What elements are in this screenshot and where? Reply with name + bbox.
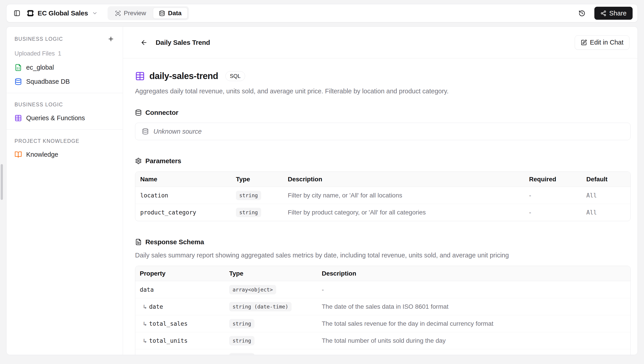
content-card: BUSINESS LOGIC Uploaded Files 1 ec_globa… bbox=[6, 27, 638, 355]
column-header: Required bbox=[529, 176, 586, 183]
edit-in-chat-button[interactable]: Edit in Chat bbox=[575, 35, 630, 50]
sidebar-section-business-logic: BUSINESS LOGIC Queries & Functions bbox=[6, 93, 123, 129]
response-schema-description: Daily sales summary report showing aggre… bbox=[135, 252, 630, 259]
edit-in-chat-label: Edit in Chat bbox=[590, 39, 624, 46]
table-icon bbox=[14, 114, 22, 122]
sidebar-item-squadbase-db[interactable]: Squadbase DB bbox=[14, 78, 115, 85]
schema-description: The average price per unit sold on the d… bbox=[322, 354, 630, 355]
schema-type-cell: string (date-time) bbox=[229, 302, 322, 311]
share-button[interactable]: Share bbox=[594, 7, 632, 20]
sidebar-item-label: Knowledge bbox=[26, 151, 58, 158]
tab-data-label: Data bbox=[168, 10, 182, 17]
main-panel: Daily Sales Trend Edit in Chat daily-sal… bbox=[123, 27, 638, 355]
column-header: Type bbox=[229, 270, 322, 277]
page-title: Daily Sales Trend bbox=[156, 39, 210, 46]
back-button[interactable] bbox=[140, 38, 148, 47]
column-header: Property bbox=[140, 270, 229, 277]
response-schema-table: Property Type Description data array<obj… bbox=[135, 266, 630, 355]
main-header: Daily Sales Trend Edit in Chat bbox=[123, 27, 638, 58]
table-row: product_category string Filter by produc… bbox=[135, 204, 630, 221]
topbar: EC Global Sales Preview Data bbox=[6, 4, 638, 22]
plus-icon bbox=[108, 36, 114, 42]
column-header: Description bbox=[322, 270, 630, 277]
response-schema-heading: Response Schema bbox=[135, 238, 630, 246]
table-row: ↳total_units string The total number of … bbox=[135, 332, 630, 349]
tab-data[interactable]: Data bbox=[153, 8, 188, 19]
database-icon bbox=[135, 109, 142, 116]
file-text-icon bbox=[135, 239, 142, 245]
connector-select[interactable]: Unknown source bbox=[135, 123, 630, 140]
schema-description: The total sales revenue for the day in d… bbox=[322, 320, 630, 327]
section-title: PROJECT KNOWLEDGE bbox=[14, 138, 80, 144]
table-row: data array<object> - bbox=[135, 281, 630, 298]
add-data-source-button[interactable] bbox=[107, 35, 115, 43]
response-schema-title: Response Schema bbox=[145, 238, 204, 246]
history-icon bbox=[578, 10, 586, 17]
schema-property: ↳date bbox=[140, 303, 229, 310]
table-row: location string Filter by city name, or … bbox=[135, 187, 630, 204]
sidebar-item-ec-global[interactable]: ec_global bbox=[14, 64, 115, 71]
tab-preview[interactable]: Preview bbox=[109, 8, 152, 19]
view-mode-tabs: Preview Data bbox=[108, 6, 189, 20]
scan-icon bbox=[115, 10, 121, 16]
history-button[interactable] bbox=[577, 9, 587, 18]
schema-description: The date of the sales data in ISO 8601 f… bbox=[322, 303, 630, 310]
query-name: daily-sales-trend bbox=[149, 71, 218, 81]
table-icon bbox=[135, 71, 145, 81]
param-type-cell: string bbox=[236, 191, 288, 200]
parameters-table-header: Name Type Description Required Default bbox=[135, 172, 630, 187]
schema-property: data bbox=[140, 286, 229, 293]
uploaded-files-group[interactable]: Uploaded Files 1 bbox=[14, 50, 115, 57]
query-description: Aggregates daily total revenue, units so… bbox=[135, 88, 630, 95]
uploaded-files-count: 1 bbox=[58, 50, 61, 57]
project-switcher[interactable]: EC Global Sales bbox=[26, 10, 98, 17]
tab-preview-label: Preview bbox=[124, 10, 146, 17]
app-logo-icon bbox=[26, 10, 34, 17]
sidebar-toggle-button[interactable] bbox=[12, 9, 22, 18]
schema-type-cell: array<object> bbox=[229, 285, 322, 294]
response-schema-table-header: Property Type Description bbox=[135, 266, 630, 281]
sidebar-item-queries-functions[interactable]: Queries & Functions bbox=[14, 114, 115, 122]
uploaded-files-label: Uploaded Files bbox=[14, 50, 55, 57]
param-default: All bbox=[586, 209, 630, 216]
gear-icon bbox=[135, 158, 142, 164]
chevron-down-icon bbox=[92, 10, 98, 16]
param-description: Filter by city name, or 'All' for all lo… bbox=[288, 192, 529, 199]
page-scrollbar[interactable] bbox=[1, 164, 3, 200]
param-default: All bbox=[586, 192, 630, 199]
nested-arrow-icon: ↳ bbox=[143, 303, 147, 310]
nested-arrow-icon: ↳ bbox=[143, 337, 147, 344]
schema-property: ↳avg_unit_price bbox=[140, 354, 229, 355]
database-icon bbox=[159, 10, 165, 16]
param-description: Filter by product category, or 'All' for… bbox=[288, 209, 529, 216]
schema-type-cell: string bbox=[229, 319, 322, 328]
connector-placeholder: Unknown source bbox=[154, 128, 202, 135]
sidebar-item-knowledge[interactable]: Knowledge bbox=[14, 151, 115, 158]
schema-description: The total number of units sold during th… bbox=[322, 337, 630, 344]
schema-type-cell: string bbox=[229, 353, 322, 355]
connector-heading: Connector bbox=[135, 109, 630, 116]
file-spreadsheet-icon bbox=[14, 64, 22, 71]
sidebar-item-label: Squadbase DB bbox=[26, 78, 70, 85]
book-open-icon bbox=[14, 151, 22, 158]
param-name: location bbox=[140, 192, 236, 199]
type-badge: string bbox=[236, 191, 261, 200]
column-header: Default bbox=[586, 176, 630, 183]
sidebar-section-data-sources: BUSINESS LOGIC Uploaded Files 1 ec_globa… bbox=[6, 27, 123, 93]
section-title: BUSINESS LOGIC bbox=[14, 102, 63, 108]
sidebar-section-project-knowledge: PROJECT KNOWLEDGE Knowledge bbox=[6, 129, 123, 166]
column-header: Name bbox=[140, 176, 236, 183]
type-badge: array<object> bbox=[229, 285, 276, 294]
arrow-left-icon bbox=[140, 39, 148, 46]
param-name: product_category bbox=[140, 209, 236, 216]
database-icon bbox=[14, 78, 22, 85]
project-name: EC Global Sales bbox=[38, 10, 88, 17]
share-icon bbox=[600, 10, 606, 16]
database-icon bbox=[142, 128, 149, 135]
connector-title: Connector bbox=[145, 109, 178, 116]
parameters-table: Name Type Description Required Default l… bbox=[135, 171, 630, 221]
sidebar: BUSINESS LOGIC Uploaded Files 1 ec_globa… bbox=[6, 27, 123, 355]
type-badge: string bbox=[236, 208, 261, 217]
type-badge: string (date-time) bbox=[229, 302, 292, 311]
share-button-label: Share bbox=[609, 10, 626, 17]
